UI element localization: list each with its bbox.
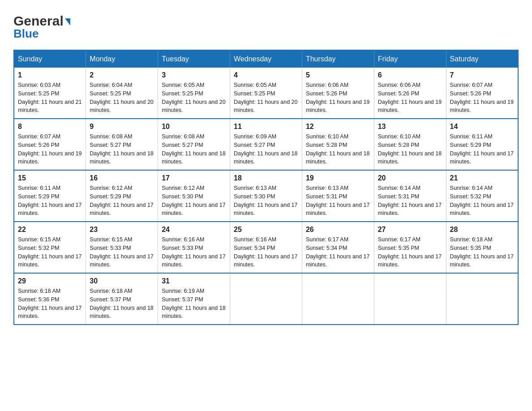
day-info: Sunrise: 6:17 AM Sunset: 5:35 PM Dayligh…: [378, 235, 442, 269]
calendar-cell: 8 Sunrise: 6:07 AM Sunset: 5:26 PM Dayli…: [14, 119, 86, 170]
day-info: Sunrise: 6:04 AM Sunset: 5:25 PM Dayligh…: [90, 81, 154, 115]
day-info: Sunrise: 6:10 AM Sunset: 5:28 PM Dayligh…: [378, 133, 442, 166]
day-info: Sunrise: 6:18 AM Sunset: 5:36 PM Dayligh…: [18, 287, 82, 321]
day-info: Sunrise: 6:07 AM Sunset: 5:26 PM Dayligh…: [18, 133, 82, 166]
calendar-cell: 15 Sunrise: 6:11 AM Sunset: 5:29 PM Dayl…: [14, 170, 86, 222]
day-info: Sunrise: 6:08 AM Sunset: 5:27 PM Dayligh…: [90, 133, 154, 166]
calendar-cell: 23 Sunrise: 6:15 AM Sunset: 5:33 PM Dayl…: [86, 222, 158, 273]
calendar-header-thursday: Thursday: [302, 50, 374, 68]
day-number: 22: [18, 226, 82, 234]
calendar-cell: 12 Sunrise: 6:10 AM Sunset: 5:28 PM Dayl…: [302, 119, 374, 170]
calendar-cell: 24 Sunrise: 6:16 AM Sunset: 5:33 PM Dayl…: [158, 222, 230, 273]
calendar-week-5: 29 Sunrise: 6:18 AM Sunset: 5:36 PM Dayl…: [14, 273, 518, 325]
calendar-header-wednesday: Wednesday: [230, 50, 302, 68]
calendar-cell: 31 Sunrise: 6:19 AM Sunset: 5:37 PM Dayl…: [158, 273, 230, 325]
calendar-cell: 3 Sunrise: 6:05 AM Sunset: 5:25 PM Dayli…: [158, 68, 230, 119]
logo-general: General: [13, 13, 64, 29]
day-number: 23: [90, 226, 154, 234]
calendar-cell: [230, 273, 302, 325]
day-number: 20: [378, 174, 442, 182]
day-number: 29: [18, 277, 82, 285]
day-info: Sunrise: 6:10 AM Sunset: 5:28 PM Dayligh…: [306, 133, 370, 166]
calendar-cell: 9 Sunrise: 6:08 AM Sunset: 5:27 PM Dayli…: [86, 119, 158, 170]
day-info: Sunrise: 6:05 AM Sunset: 5:25 PM Dayligh…: [162, 81, 226, 115]
calendar-cell: 22 Sunrise: 6:15 AM Sunset: 5:32 PM Dayl…: [14, 222, 86, 273]
calendar-header-friday: Friday: [374, 50, 446, 68]
day-number: 26: [306, 226, 370, 234]
calendar-header-row: SundayMondayTuesdayWednesdayThursdayFrid…: [14, 50, 518, 68]
day-number: 25: [234, 226, 298, 234]
day-number: 11: [234, 123, 298, 131]
day-info: Sunrise: 6:11 AM Sunset: 5:29 PM Dayligh…: [450, 133, 514, 166]
logo-blue: Blue: [13, 27, 39, 41]
day-number: 15: [18, 174, 82, 182]
calendar-week-4: 22 Sunrise: 6:15 AM Sunset: 5:32 PM Dayl…: [14, 222, 518, 273]
day-info: Sunrise: 6:13 AM Sunset: 5:30 PM Dayligh…: [234, 184, 298, 218]
day-info: Sunrise: 6:12 AM Sunset: 5:30 PM Dayligh…: [162, 184, 226, 218]
calendar-cell: [302, 273, 374, 325]
calendar-cell: 17 Sunrise: 6:12 AM Sunset: 5:30 PM Dayl…: [158, 170, 230, 222]
calendar-cell: 25 Sunrise: 6:16 AM Sunset: 5:34 PM Dayl…: [230, 222, 302, 273]
calendar-cell: 20 Sunrise: 6:14 AM Sunset: 5:31 PM Dayl…: [374, 170, 446, 222]
day-number: 3: [162, 71, 226, 79]
day-info: Sunrise: 6:16 AM Sunset: 5:33 PM Dayligh…: [162, 235, 226, 269]
calendar-cell: 4 Sunrise: 6:05 AM Sunset: 5:25 PM Dayli…: [230, 68, 302, 119]
calendar-header-saturday: Saturday: [446, 50, 518, 68]
day-info: Sunrise: 6:18 AM Sunset: 5:37 PM Dayligh…: [90, 287, 154, 321]
day-number: 1: [18, 71, 82, 79]
calendar-cell: [374, 273, 446, 325]
day-number: 31: [162, 277, 226, 285]
day-info: Sunrise: 6:12 AM Sunset: 5:29 PM Dayligh…: [90, 184, 154, 218]
day-number: 14: [450, 123, 514, 131]
calendar-header-monday: Monday: [86, 50, 158, 68]
day-number: 4: [234, 71, 298, 79]
page-header: General Blue: [13, 13, 519, 41]
logo: General Blue: [13, 13, 70, 41]
calendar-week-3: 15 Sunrise: 6:11 AM Sunset: 5:29 PM Dayl…: [14, 170, 518, 222]
calendar-cell: 19 Sunrise: 6:13 AM Sunset: 5:31 PM Dayl…: [302, 170, 374, 222]
calendar-cell: 29 Sunrise: 6:18 AM Sunset: 5:36 PM Dayl…: [14, 273, 86, 325]
day-info: Sunrise: 6:13 AM Sunset: 5:31 PM Dayligh…: [306, 184, 370, 218]
day-info: Sunrise: 6:06 AM Sunset: 5:26 PM Dayligh…: [306, 81, 370, 115]
day-number: 16: [90, 174, 154, 182]
day-number: 5: [306, 71, 370, 79]
calendar-cell: 16 Sunrise: 6:12 AM Sunset: 5:29 PM Dayl…: [86, 170, 158, 222]
day-info: Sunrise: 6:19 AM Sunset: 5:37 PM Dayligh…: [162, 287, 226, 321]
calendar-cell: 11 Sunrise: 6:09 AM Sunset: 5:27 PM Dayl…: [230, 119, 302, 170]
day-info: Sunrise: 6:06 AM Sunset: 5:26 PM Dayligh…: [378, 81, 442, 115]
calendar-cell: 5 Sunrise: 6:06 AM Sunset: 5:26 PM Dayli…: [302, 68, 374, 119]
day-info: Sunrise: 6:17 AM Sunset: 5:34 PM Dayligh…: [306, 235, 370, 269]
day-number: 7: [450, 71, 514, 79]
calendar-cell: 27 Sunrise: 6:17 AM Sunset: 5:35 PM Dayl…: [374, 222, 446, 273]
day-info: Sunrise: 6:14 AM Sunset: 5:31 PM Dayligh…: [378, 184, 442, 218]
calendar-cell: 2 Sunrise: 6:04 AM Sunset: 5:25 PM Dayli…: [86, 68, 158, 119]
calendar-week-1: 1 Sunrise: 6:03 AM Sunset: 5:25 PM Dayli…: [14, 68, 518, 119]
logo-triangle-icon: [65, 18, 70, 26]
calendar-cell: 13 Sunrise: 6:10 AM Sunset: 5:28 PM Dayl…: [374, 119, 446, 170]
calendar-cell: 1 Sunrise: 6:03 AM Sunset: 5:25 PM Dayli…: [14, 68, 86, 119]
day-number: 2: [90, 71, 154, 79]
day-number: 28: [450, 226, 514, 234]
day-info: Sunrise: 6:18 AM Sunset: 5:35 PM Dayligh…: [450, 235, 514, 269]
calendar-cell: 7 Sunrise: 6:07 AM Sunset: 5:26 PM Dayli…: [446, 68, 518, 119]
day-number: 12: [306, 123, 370, 131]
day-number: 10: [162, 123, 226, 131]
day-number: 6: [378, 71, 442, 79]
day-number: 21: [450, 174, 514, 182]
calendar-table: SundayMondayTuesdayWednesdayThursdayFrid…: [13, 50, 519, 325]
day-info: Sunrise: 6:11 AM Sunset: 5:29 PM Dayligh…: [18, 184, 82, 218]
day-number: 13: [378, 123, 442, 131]
day-info: Sunrise: 6:16 AM Sunset: 5:34 PM Dayligh…: [234, 235, 298, 269]
day-number: 19: [306, 174, 370, 182]
calendar-cell: 30 Sunrise: 6:18 AM Sunset: 5:37 PM Dayl…: [86, 273, 158, 325]
calendar-cell: 10 Sunrise: 6:08 AM Sunset: 5:27 PM Dayl…: [158, 119, 230, 170]
calendar-header-sunday: Sunday: [14, 50, 86, 68]
day-info: Sunrise: 6:09 AM Sunset: 5:27 PM Dayligh…: [234, 133, 298, 166]
day-number: 9: [90, 123, 154, 131]
day-info: Sunrise: 6:15 AM Sunset: 5:33 PM Dayligh…: [90, 235, 154, 269]
day-info: Sunrise: 6:08 AM Sunset: 5:27 PM Dayligh…: [162, 133, 226, 166]
calendar-cell: 28 Sunrise: 6:18 AM Sunset: 5:35 PM Dayl…: [446, 222, 518, 273]
day-info: Sunrise: 6:05 AM Sunset: 5:25 PM Dayligh…: [234, 81, 298, 115]
day-number: 8: [18, 123, 82, 131]
calendar-cell: 26 Sunrise: 6:17 AM Sunset: 5:34 PM Dayl…: [302, 222, 374, 273]
